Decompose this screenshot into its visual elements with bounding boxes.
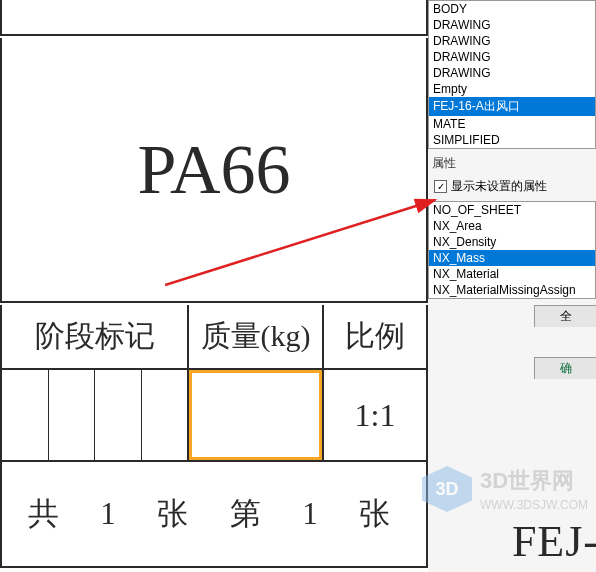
- all-button[interactable]: 全: [534, 305, 596, 327]
- mass-cell[interactable]: [189, 370, 324, 462]
- list-item[interactable]: MATE: [429, 116, 595, 132]
- list-item[interactable]: BODY: [429, 1, 595, 17]
- phase-subcells: [2, 370, 189, 462]
- list-item[interactable]: NX_MaterialMissingAssign: [429, 282, 595, 298]
- sheet-info-row: 共 1 张 第 1 张: [0, 462, 428, 568]
- total-num: 1: [100, 496, 126, 532]
- ok-button[interactable]: 确: [534, 357, 596, 379]
- table-header-row: 阶段标记 质量(kg) 比例: [0, 305, 428, 370]
- list-item[interactable]: NX_Density: [429, 234, 595, 250]
- list-item[interactable]: NX_Mass: [429, 250, 595, 266]
- table-data-row: 1:1: [0, 370, 428, 462]
- list-item[interactable]: DRAWING: [429, 49, 595, 65]
- section-header: 属性: [428, 149, 596, 176]
- drawing-area: PA66 阶段标记 质量(kg) 比例 1:1 共 1 张 第 1 张: [0, 0, 428, 572]
- list-item[interactable]: SIMPLIFIED: [429, 132, 595, 148]
- top-border: [0, 0, 428, 36]
- unit2: 张: [359, 493, 400, 535]
- list-item[interactable]: NO_OF_SHEET: [429, 202, 595, 218]
- header-ratio: 比例: [324, 305, 428, 370]
- material-text: PA66: [137, 130, 290, 210]
- main-material-box: PA66: [0, 38, 428, 303]
- property-list[interactable]: NO_OF_SHEETNX_AreaNX_DensityNX_MassNX_Ma…: [428, 201, 596, 299]
- list-item[interactable]: Empty: [429, 81, 595, 97]
- list-item[interactable]: NX_Area: [429, 218, 595, 234]
- current-label: 第: [230, 493, 271, 535]
- header-phase: 阶段标记: [2, 305, 189, 370]
- unit1: 张: [157, 493, 198, 535]
- ratio-cell: 1:1: [324, 370, 428, 462]
- total-label: 共: [28, 493, 69, 535]
- list-item[interactable]: DRAWING: [429, 33, 595, 49]
- show-unset-checkbox-row[interactable]: ✓ 显示未设置的属性: [428, 176, 596, 201]
- list-item[interactable]: FEJ-16-A出风口: [429, 97, 595, 116]
- header-mass: 质量(kg): [189, 305, 324, 370]
- list-item[interactable]: DRAWING: [429, 65, 595, 81]
- reference-list[interactable]: BODYDRAWINGDRAWINGDRAWINGDRAWINGEmptyFEJ…: [428, 0, 596, 149]
- properties-panel: BODYDRAWINGDRAWINGDRAWINGDRAWINGEmptyFEJ…: [428, 0, 596, 572]
- checkbox-label: 显示未设置的属性: [451, 178, 547, 195]
- list-item[interactable]: DRAWING: [429, 17, 595, 33]
- current-num: 1: [302, 496, 328, 532]
- corner-label: FEJ-: [512, 516, 596, 567]
- checkbox-icon[interactable]: ✓: [434, 180, 447, 193]
- list-item[interactable]: NX_Material: [429, 266, 595, 282]
